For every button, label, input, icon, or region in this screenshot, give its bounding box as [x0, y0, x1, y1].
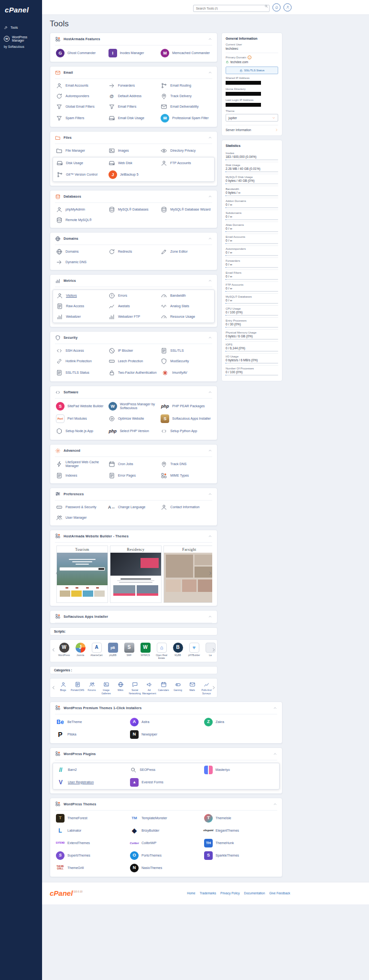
tool-item-default-address[interactable]: @Default Address [108, 91, 160, 101]
tool-item-webalizer[interactable]: Webalizer [55, 312, 108, 322]
tool-item-contact-information[interactable]: Contact Information [160, 502, 212, 512]
info-icon[interactable]: i [248, 56, 251, 59]
tool-item-mysql-databases[interactable]: MySQL® Databases [108, 204, 160, 215]
tool-item-ip-blocker[interactable]: IP Blocker [108, 345, 160, 356]
categories-item-image-galleries[interactable]: Image Galleries [99, 681, 113, 695]
tool-item-select-php-version[interactable]: phpSelect PHP Version [108, 425, 160, 437]
scripts-item-wordpress[interactable]: WWordPress [56, 643, 72, 660]
categories-item-gaming[interactable]: Gaming [171, 681, 185, 695]
scripts-item-joomla[interactable]: JJoomla [72, 643, 88, 660]
tool-item-sitepad-website-builder[interactable]: SSitePad Website Builder [55, 400, 108, 412]
tool-item-indexes[interactable]: Indexes [55, 470, 108, 481]
section-header-security[interactable]: Security [55, 332, 212, 344]
tool-item-track-delivery[interactable]: Track Delivery [160, 91, 212, 101]
sidebar-item-tools[interactable]: Tools [0, 22, 42, 33]
tool-item-track-dns[interactable]: Track DNS [160, 458, 212, 470]
tool-item-setup-python-app[interactable]: Setup Python App [160, 425, 212, 437]
categories-next-button[interactable] [211, 685, 216, 690]
tool-item-themegrill[interactable]: THEME GRILLThemeGrill [55, 862, 129, 874]
tool-item-resource-usage[interactable]: Resource Usage [160, 312, 212, 322]
search-input[interactable] [193, 5, 270, 12]
section-header-softaculous-installer[interactable]: Softaculous Apps Installer [55, 611, 212, 623]
scripts-item-smf[interactable]: SSMF [121, 643, 137, 660]
tool-item-superbthemes[interactable]: SSuperbThemes [55, 849, 129, 862]
tool-item-phpmyadmin[interactable]: phpMyAdmin [55, 204, 108, 215]
tool-item-betheme[interactable]: BeBeTheme [55, 716, 129, 728]
tool-item-hotlink-protection[interactable]: Hotlink Protection [55, 356, 108, 367]
tool-item-brizybuilder[interactable]: ◆BrizyBuilder [129, 824, 203, 837]
categories-prev-button[interactable] [51, 685, 56, 690]
tool-item-raw-access[interactable]: Raw Access [55, 301, 108, 312]
tool-item-images[interactable]: Images [108, 145, 160, 156]
tool-item-labinator[interactable]: LLabinator [55, 824, 129, 837]
tool-item-inodes-manager[interactable]: IInodes Manager [108, 47, 160, 59]
tool-item-themeforest[interactable]: TThemeForest [55, 812, 129, 824]
tool-item-email-routing[interactable]: Email Routing [160, 80, 212, 91]
section-header-files[interactable]: Files [55, 132, 212, 144]
tool-item-masteriyo[interactable]: Masteriyo [203, 764, 277, 776]
tool-item-barn2[interactable]: //Barn2 [55, 764, 129, 776]
tool-item-change-language[interactable]: A↔Change Language [108, 502, 160, 512]
tool-item-everest-forms[interactable]: ▲Everest Forms [129, 776, 203, 789]
tool-item-file-manager[interactable]: File Manager [55, 145, 108, 156]
section-header-hostarmada-features[interactable]: HostArmada Features [55, 33, 212, 45]
categories-item-portals-cms[interactable]: Portals/CMS [70, 681, 85, 695]
tool-item-ssh-access[interactable]: SSH Access [55, 345, 108, 356]
tool-item-email-deliverability[interactable]: Email Deliverability [160, 101, 212, 112]
theme-card-tourism[interactable]: Tourism [56, 546, 108, 603]
server-information-link[interactable]: Server Information [226, 125, 278, 132]
tool-item-php-pear-packages[interactable]: phpPHP PEAR Packages [160, 400, 212, 412]
footer-link-give-feedback[interactable]: Give Feedback [269, 891, 290, 895]
tool-item-domains[interactable]: Domains [55, 246, 108, 257]
section-header-advanced[interactable]: Advanced [55, 445, 212, 457]
theme-card-residency[interactable]: Residency [110, 546, 162, 603]
tool-item-sparklethemes[interactable]: SSparkleThemes [203, 849, 277, 862]
section-header-email[interactable]: Email [55, 67, 212, 79]
tool-item-remote-mysql[interactable]: Remote MySQL® [55, 215, 108, 225]
tool-item-colibriwp[interactable]: ColibriColibriWP [129, 837, 203, 849]
tool-item-litespeed-web-cache-manager[interactable]: LiteSpeed Web Cache Manager [55, 458, 108, 470]
categories-item-blogs[interactable]: Blogs [56, 681, 70, 695]
tool-item-spam-filters[interactable]: Spam Filters [55, 112, 108, 124]
section-header-preferences[interactable]: Preferences [55, 488, 212, 501]
tool-item-email-disk-usage[interactable]: Email Disk Usage [108, 112, 160, 124]
tool-item-password-security[interactable]: Password & Security [55, 502, 108, 512]
tool-item-cron-jobs[interactable]: Cron Jobs [108, 458, 160, 470]
section-header-builder-themes[interactable]: HostArmada Website Builder - Themes [55, 530, 212, 543]
tool-item-disk-usage[interactable]: Disk Usage [55, 158, 108, 168]
categories-item-forums[interactable]: Forums [85, 681, 99, 695]
categories-item-wikis[interactable]: Wikis [113, 681, 128, 695]
scripts-next-button[interactable] [211, 647, 216, 652]
tool-item-forwarders[interactable]: Forwarders [108, 80, 160, 91]
section-header-wp-premium-themes[interactable]: WordPress Premium Themes 1-Click Install… [55, 702, 277, 714]
tool-item-error-pages[interactable]: Error Pages [108, 470, 160, 481]
tool-item-ssl-tls-status[interactable]: SSL/TLS Status [55, 367, 108, 379]
tool-item-visitors[interactable]: Visitors [55, 290, 108, 301]
tool-item-ssl-tls[interactable]: SSL/TLS [160, 345, 212, 356]
tool-item-portothemes[interactable]: OPortoThemes [129, 849, 203, 862]
tool-item-pliska[interactable]: PPliska [55, 728, 129, 741]
tool-item-user-registration[interactable]: VUser Registration [55, 776, 129, 789]
tool-item-ftp-accounts[interactable]: FTP Accounts [160, 158, 212, 168]
tool-item-global-email-filters[interactable]: Global Email Filters [55, 101, 108, 112]
footer-link-privacy-policy[interactable]: Privacy Policy [220, 891, 239, 895]
tool-item-extendthemes[interactable]: EXTENDExtendThemes [55, 837, 129, 849]
tool-item-two-factor-authentication[interactable]: Two-Factor Authentication [108, 367, 160, 379]
tool-item-awstats[interactable]: Awstats [108, 301, 160, 312]
section-header-metrics[interactable]: Metrics [55, 275, 212, 287]
tool-item-ghost-commander[interactable]: GGhost Commander [55, 47, 108, 59]
tool-item-user-manager[interactable]: User Manager [55, 512, 108, 523]
categories-item-mails[interactable]: Mails [185, 681, 199, 695]
tool-item-professional-spam-filter[interactable]: ✉Professional Spam Filter [160, 112, 212, 124]
section-header-wp-plugins[interactable]: WordPress Plugins [55, 748, 277, 760]
theme-select[interactable]: jupiter [226, 114, 278, 122]
tool-item-wordpress-manager-by-softaculous[interactable]: WWordPress Manager by Softaculous [108, 400, 160, 412]
tool-item-memcached-commander[interactable]: MMemcached Commander [160, 47, 212, 59]
tool-item-bandwidth[interactable]: Bandwidth [160, 290, 212, 301]
scripts-item-mybb[interactable]: BMyBB [170, 643, 186, 660]
scripts-prev-button[interactable] [51, 647, 56, 652]
tool-item-mime-types[interactable]: MIME Types [160, 470, 212, 481]
tool-item-web-disk[interactable]: Web Disk [108, 158, 160, 168]
categories-item-social-networking[interactable]: Social Networking [128, 681, 142, 695]
tool-item-leech-protection[interactable]: Leech Protection [108, 356, 160, 367]
